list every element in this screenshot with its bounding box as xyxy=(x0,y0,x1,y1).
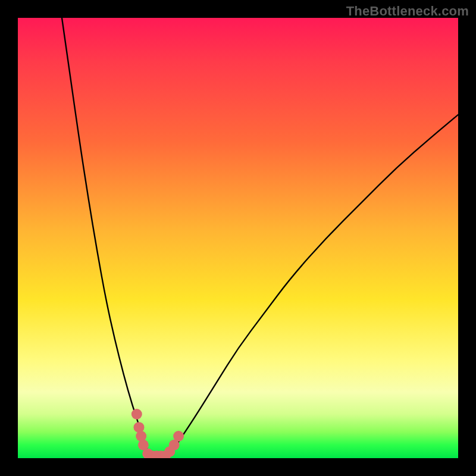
watermark-text: TheBottleneck.com xyxy=(346,4,469,19)
chart-frame: TheBottleneck.com xyxy=(0,0,476,476)
left-curve xyxy=(62,18,150,458)
chart-overlay xyxy=(18,18,458,458)
marker-dot xyxy=(131,409,142,419)
plot-area xyxy=(18,18,458,458)
right-curve xyxy=(168,115,458,458)
valley-markers xyxy=(131,409,184,458)
marker-dot xyxy=(173,431,184,441)
